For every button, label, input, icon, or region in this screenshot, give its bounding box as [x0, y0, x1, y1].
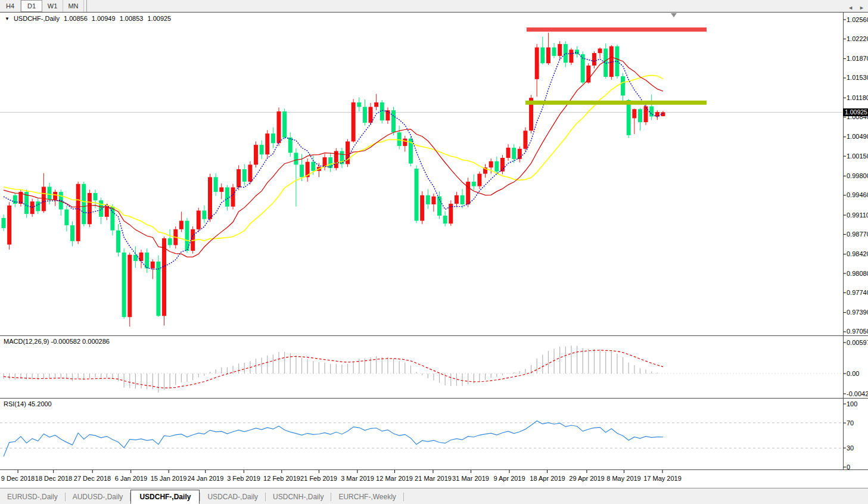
date-axis-label: 9 Dec 2018: [1, 475, 35, 482]
macd-main-value: -0.000582: [51, 338, 80, 345]
date-axis-label: 8 May 2019: [606, 475, 640, 482]
tab-scroll-left-icon[interactable]: ◄: [848, 4, 853, 11]
date-axis-label: 9 Apr 2019: [493, 475, 525, 482]
macd-pane-divider[interactable]: [0, 335, 868, 336]
price-axis-label: 0.97740: [847, 289, 868, 296]
rsi-value: 45.2000: [28, 400, 52, 407]
open-value: 1.00856: [64, 15, 88, 22]
date-axis-label: 3 Mar 2019: [341, 475, 374, 482]
date-axis-label: 31 Mar 2019: [452, 475, 489, 482]
chart-background[interactable]: [0, 13, 868, 470]
date-axis-label: 15 Jan 2019: [151, 475, 187, 482]
rsi-axis-label: 70: [847, 419, 854, 427]
rsi-name: RSI(14): [4, 400, 26, 407]
date-axis-label: 27 Dec 2018: [74, 475, 111, 482]
price-axis-label: 1.02220: [847, 35, 868, 42]
date-axis-label: 12 Feb 2019: [263, 475, 300, 482]
timeframe-button-h4[interactable]: H4: [0, 0, 21, 12]
price-axis-label: 1.02560: [847, 16, 868, 23]
timeframe-button-w1[interactable]: W1: [42, 0, 63, 12]
price-axis-label: 1.01870: [847, 55, 868, 62]
rsi-indicator-label: RSI(14) 45.2000: [4, 400, 52, 407]
rsi-axis-label: 0: [847, 463, 850, 471]
macd-axis-label: -0.00424: [847, 390, 868, 397]
date-axis-label: 18 Apr 2019: [530, 475, 565, 482]
tab-separator: [403, 493, 404, 501]
date-axis-label: 18 Dec 2018: [35, 475, 72, 482]
date-axis-label: 17 May 2019: [643, 475, 682, 482]
price-axis-label: 0.99110: [847, 211, 868, 219]
price-axis-label: 0.98080: [847, 270, 868, 277]
timeframe-button-mn[interactable]: MN: [63, 0, 84, 12]
price-axis-label: 1.01530: [847, 74, 868, 81]
macd-signal-value: 0.000286: [82, 338, 110, 345]
chart-top-border: [0, 12, 868, 13]
timeframe-toolbar: H4D1W1MN: [0, 0, 868, 13]
date-axis-label: 6 Jan 2019: [115, 475, 147, 482]
tab-usdcnh-daily[interactable]: USDCNH-,Daily: [266, 490, 331, 503]
current-price-tag: 1.00925: [843, 108, 868, 116]
symbol-ohlc-line: ▼USDCHF-,Daily 1.00856 1.00949 1.00853 1…: [5, 15, 173, 22]
price-axis-border: [843, 12, 844, 470]
price-axis-label: 0.98420: [847, 250, 868, 257]
date-axis-label: 21 Feb 2019: [300, 475, 337, 482]
tab-eurusd-daily[interactable]: EURUSD-,Daily: [0, 490, 65, 503]
price-axis-label: 0.97050: [847, 328, 868, 335]
low-value: 1.00853: [120, 15, 144, 22]
macd-name: MACD(12,26,9): [4, 338, 49, 345]
tab-scroll-arrows: ◄ ►: [848, 4, 864, 11]
trading-terminal-window: H4D1W1MN ▼USDCHF-,Daily 1.00856 1.00949 …: [0, 0, 868, 504]
chart-bottom-border: [0, 469, 868, 470]
date-axis-label: 12 Mar 2019: [376, 475, 413, 482]
rsi-pane-divider[interactable]: [0, 398, 868, 399]
macd-indicator-label: MACD(12,26,9) -0.000582 0.000286: [4, 338, 110, 345]
tab-eurchf-weekly[interactable]: EURCHF-,Weekly: [331, 490, 403, 503]
rsi-axis-label: 30: [847, 444, 854, 452]
tab-audusd-daily[interactable]: AUDUSD-,Daily: [66, 490, 130, 503]
price-axis-label: 0.98770: [847, 231, 868, 238]
date-axis-label: 29 Apr 2019: [569, 475, 604, 482]
chart-shift-marker-icon[interactable]: [671, 13, 677, 17]
price-axis-label: 1.01180: [847, 94, 868, 101]
chart-tab-bar: EURUSD-,DailyAUDUSD-,DailyUSDCHF-,DailyU…: [0, 488, 868, 504]
macd-axis-label: 0.00: [847, 370, 859, 377]
price-axis-label: 0.99800: [847, 172, 868, 179]
toolbar-separator: [84, 0, 87, 12]
timeframe-button-d1[interactable]: D1: [21, 0, 42, 12]
high-value: 1.00949: [92, 15, 116, 22]
symbol-name: USDCHF-,Daily: [14, 15, 60, 22]
close-value: 1.00925: [147, 15, 171, 22]
date-axis-label: 3 Feb 2019: [227, 475, 260, 482]
rsi-axis-label: 100: [847, 400, 857, 407]
tab-scroll-right-icon[interactable]: ►: [859, 4, 864, 11]
price-axis-label: 0.97390: [847, 309, 868, 316]
collapse-triangle-icon[interactable]: ▼: [5, 16, 10, 21]
tab-usdchf-daily[interactable]: USDCHF-,Daily: [130, 490, 200, 504]
price-axis-label: 1.00150: [847, 153, 868, 160]
price-axis-label: 0.99460: [847, 191, 868, 198]
macd-axis-label: 0.00597: [847, 339, 868, 346]
tab-usdcad-daily[interactable]: USDCAD-,Daily: [200, 490, 265, 503]
date-axis-label: 24 Jan 2019: [188, 475, 224, 482]
price-axis-label: 1.00490: [847, 133, 868, 140]
date-axis-label: 21 Mar 2019: [415, 475, 452, 482]
